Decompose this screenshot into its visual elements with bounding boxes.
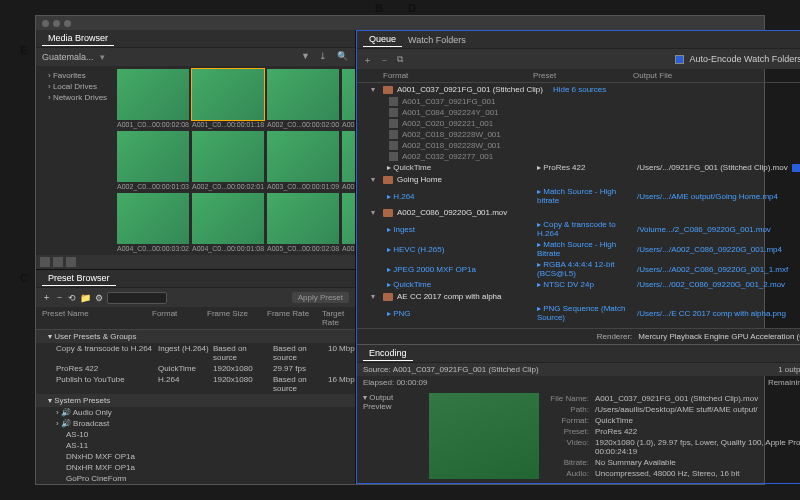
clip-thumbnail[interactable]: A003_C0...00:00:01:09 bbox=[267, 131, 339, 190]
elapsed-time: 00:00:09 bbox=[396, 378, 427, 387]
tree-local[interactable]: › Local Drives bbox=[40, 81, 110, 92]
queue-output-row[interactable]: ▸ Ingest▸ Copy & transcode to H.264/Volu… bbox=[357, 219, 800, 239]
preset-row[interactable]: Publish to YouTubeH.2641920x1080Based on… bbox=[36, 374, 355, 394]
queue-source: A002_C018_092228W_001 bbox=[357, 129, 800, 140]
queue-job[interactable]: ▾AE CC 2017 comp with alpha bbox=[357, 290, 800, 303]
progress-bar bbox=[792, 164, 800, 172]
zoom-slider-icon[interactable] bbox=[66, 257, 76, 267]
output-preview-thumb bbox=[429, 393, 539, 479]
clip-thumbnail[interactable]: A001_C0...00:00:02:08 bbox=[117, 69, 189, 128]
media-tree[interactable]: › Favorites › Local Drives › Network Dri… bbox=[36, 66, 114, 255]
queue-columns: Format Preset Output File Status bbox=[357, 69, 800, 83]
location-dropdown[interactable]: Guatemala... bbox=[42, 52, 94, 62]
sync-preset-icon[interactable]: ⟲ bbox=[68, 293, 76, 303]
encoding-panel: Encoding Source: A001_C037_0921FG_001 (S… bbox=[357, 344, 800, 483]
auto-encode-checkbox[interactable] bbox=[675, 55, 684, 64]
preset-browser-panel: Preset Browser ＋ － ⟲ 📁 ⚙ Apply Preset Pr… bbox=[36, 270, 355, 484]
preset-list[interactable]: ▾ User Presets & GroupsCopy & transcode … bbox=[36, 330, 355, 484]
encoding-tab[interactable]: Encoding bbox=[363, 346, 413, 361]
preset-group[interactable]: ▾ User Presets & Groups bbox=[36, 330, 355, 343]
thumbnail-grid: A001_C0...00:00:02:08A001_C0...00:00:01:… bbox=[114, 66, 355, 255]
queue-output-row[interactable]: ▸ H.264▸ Match Source - High bitrate/Use… bbox=[357, 186, 800, 206]
queue-output-row[interactable]: ▸ JPEG 2000 MXF OP1a▸ RGBA 4:4:4:4 12-bi… bbox=[357, 259, 800, 279]
queue-job[interactable]: ▾A002_C086_09220G_001.mov bbox=[357, 206, 800, 219]
clip-thumbnail[interactable]: A002_C0...00:00:02:01 bbox=[192, 131, 264, 190]
callout-B: B bbox=[375, 2, 383, 14]
callout-D: D bbox=[408, 2, 416, 14]
renderer-bar[interactable]: Renderer: Mercury Playback Engine GPU Ac… bbox=[357, 328, 800, 344]
app-window: Media Browser Guatemala... ▾ ▼ ⤓ 🔍 › Fav… bbox=[35, 15, 765, 485]
queue-source: A001_C037_0921FG_001 bbox=[357, 96, 800, 107]
queue-job[interactable]: ▾Going Home bbox=[357, 173, 800, 186]
callout-E: E bbox=[20, 44, 27, 56]
encoding-source: A001_C037_0921FG_001 (Stitched Clip) bbox=[393, 365, 539, 374]
clip-thumbnail[interactable]: A002_C0...00:00:02:00 bbox=[267, 69, 339, 128]
add-preset-icon[interactable]: ＋ bbox=[42, 291, 51, 304]
watch-folders-tab[interactable]: Watch Folders bbox=[402, 33, 472, 47]
media-browser-footer bbox=[36, 255, 355, 269]
preset-row[interactable]: DNxHR MXF OP1a bbox=[36, 462, 355, 473]
queue-source: A002_C020_092221_001 bbox=[357, 118, 800, 129]
preset-row[interactable]: GoPro CineForm bbox=[36, 473, 355, 484]
preset-row[interactable]: AS-11 bbox=[36, 440, 355, 451]
clip-thumbnail[interactable]: A005_C0...00:00:13:14 bbox=[342, 193, 355, 252]
media-browser-tab[interactable]: Media Browser bbox=[42, 31, 114, 46]
queue-output-row[interactable]: ▸ QuickTime▸ ProRes 422/Users/.../0921FG… bbox=[357, 162, 800, 173]
window-min-icon[interactable] bbox=[53, 20, 60, 27]
view-grid-icon[interactable] bbox=[40, 257, 50, 267]
clip-thumbnail[interactable]: A003_C0...00:00:02:04 bbox=[342, 131, 355, 190]
auto-encode-label: Auto-Encode Watch Folders bbox=[690, 54, 800, 64]
queue-source: A001_C084_092224Y_001 bbox=[357, 107, 800, 118]
preset-row[interactable]: DNxHD MXF OP1a bbox=[36, 451, 355, 462]
preset-columns: Preset Name Format Frame Size Frame Rate… bbox=[36, 307, 355, 330]
queue-source: A002_C032_092277_001 bbox=[357, 151, 800, 162]
preset-subgroup[interactable]: › 🔊 Broadcast bbox=[36, 418, 355, 429]
new-folder-icon[interactable]: 📁 bbox=[80, 293, 91, 303]
queue-source: A002_C018_092228W_001 bbox=[357, 140, 800, 151]
queue-list[interactable]: ▾A001_C037_0921FG_001 (Stitched Clip)Hid… bbox=[357, 83, 800, 328]
output-preview-label: ▾ Output Preview bbox=[363, 393, 423, 479]
apply-preset-button[interactable]: Apply Preset bbox=[292, 292, 349, 303]
tree-network[interactable]: › Network Drives bbox=[40, 92, 110, 103]
preset-row[interactable]: ProRes 422QuickTime1920x108029.97 fps bbox=[36, 363, 355, 374]
queue-output-row[interactable]: ▸ PNG▸ PNG Sequence (Match Source)/Users… bbox=[357, 303, 800, 323]
media-browser-panel: Media Browser Guatemala... ▾ ▼ ⤓ 🔍 › Fav… bbox=[36, 30, 355, 270]
queue-output-row[interactable]: ▸ QuickTime▸ NTSC DV 24p/Users/.../002_C… bbox=[357, 279, 800, 290]
encoding-count: 1 output encoding bbox=[778, 365, 800, 374]
preset-subgroup[interactable]: › 🔊 Audio Only bbox=[36, 407, 355, 418]
encoding-metadata: File Name:A001_C037_0921FG_001 (Stitched… bbox=[545, 393, 800, 479]
window-close-icon[interactable] bbox=[42, 20, 49, 27]
ingest-icon[interactable]: ⤓ bbox=[319, 51, 331, 63]
preset-search-input[interactable] bbox=[107, 292, 167, 304]
clip-thumbnail[interactable]: A004_C0...00:00:03:02 bbox=[117, 193, 189, 252]
window-titlebar bbox=[36, 16, 764, 30]
clip-thumbnail[interactable]: A001_C0...00:00:01:18 bbox=[192, 69, 264, 128]
add-source-icon[interactable]: ＋ bbox=[363, 54, 374, 65]
remove-source-icon[interactable]: － bbox=[380, 54, 391, 65]
preset-settings-icon[interactable]: ⚙ bbox=[95, 293, 103, 303]
preset-group[interactable]: ▾ System Presets bbox=[36, 394, 355, 407]
callout-C: C bbox=[20, 272, 28, 284]
preset-row[interactable]: AS-10 bbox=[36, 429, 355, 440]
queue-tab[interactable]: Queue bbox=[363, 32, 402, 47]
clip-thumbnail[interactable]: A002_C0...00:00:02:08 bbox=[342, 69, 355, 128]
filter-icon[interactable]: ▼ bbox=[301, 51, 313, 63]
toggle-sources-link[interactable]: Hide 6 sources bbox=[553, 85, 606, 94]
clip-thumbnail[interactable]: A005_C0...00:00:02:08 bbox=[267, 193, 339, 252]
delete-preset-icon[interactable]: － bbox=[55, 291, 64, 304]
tree-favorites[interactable]: › Favorites bbox=[40, 70, 110, 81]
view-list-icon[interactable] bbox=[53, 257, 63, 267]
queue-job[interactable]: ▾A001_C037_0921FG_001 (Stitched Clip)Hid… bbox=[357, 83, 800, 96]
duplicate-icon[interactable]: ⧉ bbox=[397, 54, 408, 65]
search-icon[interactable]: 🔍 bbox=[337, 51, 349, 63]
window-max-icon[interactable] bbox=[64, 20, 71, 27]
preset-browser-tab[interactable]: Preset Browser bbox=[42, 271, 116, 286]
clip-thumbnail[interactable]: A004_C0...00:00:01:08 bbox=[192, 193, 264, 252]
preset-row[interactable]: Copy & transcode to H.264Ingest (H.264)B… bbox=[36, 343, 355, 363]
clip-thumbnail[interactable]: A002_C0...00:00:01:03 bbox=[117, 131, 189, 190]
queue-output-row[interactable]: ▸ HEVC (H.265)▸ Match Source - High Bitr… bbox=[357, 239, 800, 259]
